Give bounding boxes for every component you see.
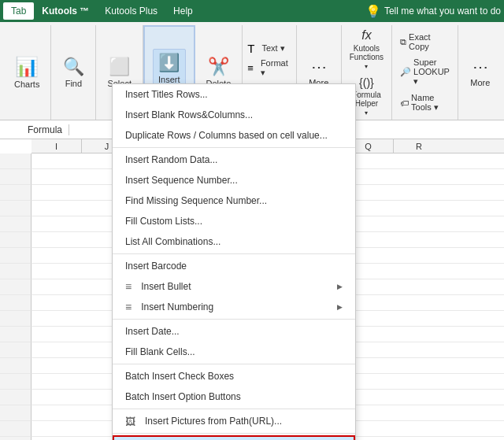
exact-copy-button[interactable]: ⧉ Exact Copy (397, 31, 453, 53)
formula-bar-label: Formula (6, 124, 69, 135)
menu-item-insert-numbering[interactable]: ≡ Insert Numbering (113, 297, 355, 317)
formula-helper-label: FormulaHelper (352, 91, 381, 108)
row-num (0, 185, 32, 201)
kf-arrow: ▾ (365, 63, 368, 70)
more2-button[interactable]: ⋯ More (465, 54, 496, 91)
bullet-icon: ≡ (125, 280, 132, 293)
row-num (0, 264, 32, 279)
insert-dropdown-menu: Insert Titles Rows... Insert Blank Rows&… (112, 83, 356, 440)
menu-separator-3 (113, 319, 355, 320)
menu-item-label: Insert Pictures from Path(URL)... (145, 416, 282, 427)
kutools-functions-label: KutoolsFunctions (350, 44, 384, 61)
exact-copy-icon: ⧉ (400, 37, 406, 47)
menu-item-insert-random-data[interactable]: Insert Random Data... (113, 150, 355, 170)
menu-item-label: Duplicate Rows / Columns based on cell v… (125, 130, 328, 141)
numbering-icon: ≡ (125, 301, 132, 313)
menu-item-label: List All Combinations... (125, 236, 220, 247)
row-num (0, 421, 32, 437)
menu-item-label: Insert Titles Rows... (125, 89, 208, 100)
tab-help[interactable]: Help (165, 2, 201, 20)
menu-item-label: Batch Insert Check Boxes (125, 371, 234, 382)
fh-arrow: ▾ (365, 109, 368, 116)
ribbon-tabs-bar: Tab Kutools ™ Kutools Plus Help 💡 Tell m… (0, 0, 504, 22)
menu-item-fill-blank-cells[interactable]: Fill Blank Cells... (113, 342, 355, 362)
tab-kutools-plus[interactable]: Kutools Plus (97, 2, 165, 20)
ribbon-group-find: 🔍 Find (51, 25, 96, 120)
search-tell-me[interactable]: Tell me what you want to do (384, 6, 501, 17)
super-lookup-button[interactable]: 🔎 Super LOOKUP ▾ (397, 56, 453, 88)
fx-icon: fx (361, 28, 371, 43)
format-icon: ≡ (247, 62, 254, 74)
menu-item-batch-option-buttons[interactable]: Batch Insert Option Buttons (113, 386, 355, 407)
menu-item-insert-watermark[interactable]: 📄 Insert Watermark... (113, 435, 355, 440)
more2-label: More (470, 78, 490, 87)
row-num (0, 248, 32, 264)
row-num (0, 153, 32, 169)
menu-item-insert-barcode[interactable]: Insert Barcode (113, 256, 355, 276)
menu-item-find-missing[interactable]: Find Missing Sequence Number... (113, 190, 355, 211)
row-num (0, 279, 32, 295)
row-num (0, 201, 32, 216)
menu-item-label: Batch Insert Option Buttons (125, 391, 241, 402)
menu-item-label: Insert Sequence Number... (125, 175, 238, 186)
menu-item-label: Fill Blank Cells... (125, 346, 195, 357)
tab-kutools[interactable]: Kutools ™ (34, 2, 97, 20)
menu-item-batch-checkboxes[interactable]: Batch Insert Check Boxes (113, 366, 355, 386)
row-num (0, 358, 32, 374)
name-tools-icon: 🏷 (400, 98, 409, 108)
exact-copy-label: Exact Copy (409, 32, 450, 51)
col-header-I: I (32, 139, 82, 153)
menu-item-insert-blank-rows[interactable]: Insert Blank Rows&Columns... (113, 105, 355, 125)
menu-separator-2 (113, 253, 355, 254)
select-icon: ⬜ (109, 57, 130, 77)
insert-label: Insert (158, 75, 180, 84)
kutools-functions-button[interactable]: fx KutoolsFunctions ▾ (346, 27, 387, 72)
super-lookup-label: Super LOOKUP ▾ (413, 57, 450, 87)
menu-item-label: Insert Date... (125, 326, 180, 337)
format-dropdown-button[interactable]: Format ▾ (258, 57, 291, 79)
super-lookup-icon: 🔎 (400, 67, 411, 77)
tab-tab[interactable]: Tab (3, 2, 34, 20)
insert-icon: ⬇️ (158, 53, 180, 73)
menu-item-duplicate-rows[interactable]: Duplicate Rows / Columns based on cell v… (113, 125, 355, 146)
row-num (0, 295, 32, 311)
ribbon-group-charts: 📊 Charts (3, 25, 51, 120)
pictures-icon: 🖼 (125, 416, 135, 427)
row-num (0, 216, 32, 232)
menu-item-insert-pictures[interactable]: 🖼 Insert Pictures from Path(URL)... (113, 411, 355, 431)
row-num (0, 327, 32, 342)
menu-item-label: Insert Numbering (141, 301, 213, 312)
name-tools-button[interactable]: 🏷 Name Tools ▾ (397, 91, 453, 114)
lightbulb-icon: 💡 (365, 4, 381, 19)
menu-item-insert-sequence[interactable]: Insert Sequence Number... (113, 170, 355, 190)
charts-icon: 📊 (15, 56, 39, 78)
find-icon: 🔍 (63, 57, 84, 77)
col-header-R: R (394, 139, 444, 153)
text-dropdown-button[interactable]: Text ▾ (258, 42, 287, 55)
charts-button[interactable]: 📊 Charts (9, 53, 44, 92)
more1-icon: ⋯ (311, 57, 327, 76)
menu-item-label: Insert Bullet (141, 281, 191, 292)
menu-item-label: Insert Random Data... (125, 154, 217, 165)
name-tools-label: Name Tools ▾ (411, 93, 450, 113)
menu-separator-1 (113, 147, 355, 148)
menu-item-label: Insert Blank Rows&Columns... (125, 109, 253, 120)
menu-separator-5 (113, 409, 355, 409)
find-button[interactable]: 🔍 Find (57, 54, 89, 91)
menu-item-fill-custom-lists[interactable]: Fill Custom Lists... (113, 211, 355, 231)
menu-item-insert-date[interactable]: Insert Date... (113, 321, 355, 342)
row-num (0, 437, 32, 440)
row-num (0, 311, 32, 327)
menu-item-list-all-combinations[interactable]: List All Combinations... (113, 231, 355, 252)
menu-item-label: Find Missing Sequence Number... (125, 195, 267, 206)
menu-item-label: Fill Custom Lists... (125, 216, 202, 227)
row-num (0, 405, 32, 421)
menu-separator-6 (113, 433, 355, 434)
more2-icon: ⋯ (472, 57, 488, 76)
menu-item-insert-titles-rows[interactable]: Insert Titles Rows... (113, 84, 355, 105)
text-icon-T: T (247, 42, 254, 55)
ribbon-group-more2: ⋯ More (458, 25, 502, 120)
menu-item-insert-bullet[interactable]: ≡ Insert Bullet (113, 276, 355, 297)
row-num (0, 342, 32, 358)
find-label: Find (65, 79, 82, 88)
